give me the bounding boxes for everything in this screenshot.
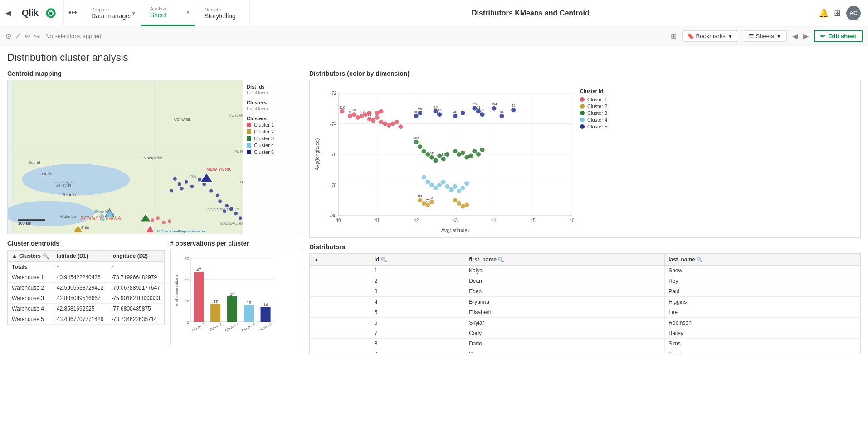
svg-point-197 (492, 106, 496, 111)
svg-point-124 (367, 117, 372, 121)
svg-text:47: 47 (196, 267, 201, 272)
svg-text:32: 32 (430, 151, 434, 155)
redo-icon[interactable]: ↪ (34, 32, 40, 40)
apps-grid-icon[interactable]: ⊞ (834, 8, 841, 18)
scatter-container: 40414243444546-80-78-76-74-72Avg(latitud… (309, 80, 861, 238)
svg-point-53 (162, 221, 166, 224)
nav-more-button[interactable]: ••• (64, 0, 82, 26)
svg-point-116 (348, 114, 352, 118)
fn-search-icon[interactable]: 🔍 (498, 257, 504, 262)
selection-expand-icon[interactable]: ⤢ (15, 32, 21, 40)
svg-text:110: 110 (339, 105, 346, 109)
page-content: Distribution cluster analysis Centroid m… (0, 46, 868, 434)
svg-point-195 (480, 112, 485, 117)
centroid-table-wrap[interactable]: ▲ Clusters 🔍 latitude (D1) longitude (D2… (7, 250, 165, 325)
scatter-legend-items: Cluster 1Cluster 2Cluster 3Cluster 4Clus… (580, 97, 616, 129)
svg-point-41 (225, 204, 229, 207)
svg-point-45 (223, 209, 226, 213)
col-id: id 🔍 (371, 254, 465, 266)
svg-text:104: 104 (491, 102, 497, 106)
svg-point-121 (360, 114, 364, 118)
scatter-legend-item: Cluster 1 (580, 97, 616, 102)
svg-point-42 (229, 207, 233, 211)
svg-point-161 (457, 152, 461, 157)
ln-search-icon[interactable]: 🔍 (697, 257, 703, 262)
svg-point-46 (94, 209, 98, 213)
centroid-table: ▲ Clusters 🔍 latitude (D1) longitude (D2… (8, 250, 164, 325)
svg-point-118 (351, 112, 356, 117)
cluster-search-icon[interactable]: 🔍 (43, 253, 49, 259)
prepare-arrow: ▼ (132, 10, 136, 15)
sheets-button[interactable]: ☰ Sheets ▼ (744, 30, 787, 42)
bar-chart-svg: 0204060# of observations47Cluster 117Clu… (174, 254, 278, 340)
legend-item: Cluster 2 (247, 129, 298, 134)
svg-text:45: 45 (531, 218, 536, 223)
svg-point-114 (340, 109, 345, 114)
svg-point-174 (445, 184, 449, 189)
svg-point-165 (472, 149, 477, 153)
col-latitude: latitude (D1) (53, 251, 107, 262)
svg-point-31 (185, 180, 188, 184)
svg-text:43: 43 (453, 218, 458, 223)
svg-text:Avg(latitude): Avg(latitude) (441, 227, 469, 233)
svg-text:77: 77 (426, 198, 430, 202)
table-row: 1KaiyaSnow (310, 266, 860, 276)
svg-point-160 (453, 149, 458, 153)
svg-point-40 (218, 199, 222, 203)
prev-sheet-button[interactable]: ◀ (792, 32, 798, 40)
distributors-table-title: Distributors (309, 243, 861, 251)
analyze-arrow: ▼ (186, 10, 190, 15)
table-row: 3EdenPaul (310, 286, 860, 297)
scatter-legend-item: Cluster 3 (580, 110, 616, 116)
nav-back-button[interactable]: ◀ (0, 0, 16, 26)
bookmarks-label: Bookmarks (696, 33, 726, 39)
svg-text:76: 76 (352, 108, 356, 112)
next-sheet-button[interactable]: ▶ (803, 32, 809, 40)
user-avatar[interactable]: AC (846, 6, 861, 20)
selection-target-icon[interactable]: ⊙ (5, 32, 11, 40)
distributors-table-wrap[interactable]: ▲ id 🔍 first_name 🔍 last_name 🔍 (309, 253, 861, 353)
qlik-logo-svg: Qlik (22, 6, 58, 20)
notification-bell-icon[interactable]: 🔔 (819, 8, 829, 18)
svg-text:Cluster 1: Cluster 1 (191, 322, 206, 333)
scatter-legend-item: Cluster 2 (580, 104, 616, 109)
svg-point-164 (468, 153, 473, 158)
svg-text:-74: -74 (330, 122, 337, 127)
col-sort: ▲ (310, 254, 371, 266)
svg-text:Cornwall: Cornwall (174, 117, 190, 122)
edit-sheet-button[interactable]: ✏ Edit sheet (814, 30, 863, 42)
bookmarks-button[interactable]: 🔖 Bookmarks ▼ (682, 30, 738, 42)
svg-point-186 (437, 112, 442, 117)
table-row: Warehouse 342.805089516667-75.9016218833… (8, 293, 164, 304)
bar-chart-container: 0204060# of observations47Cluster 117Clu… (170, 250, 302, 345)
table-row: Warehouse 442.8581692625-77.6800485875 (8, 304, 164, 314)
svg-text:96: 96 (418, 107, 422, 111)
nav-tab-prepare[interactable]: Prepare Data manager ▼ (82, 0, 141, 26)
svg-text:Avg(longitude): Avg(longitude) (314, 138, 320, 171)
scatter-legend-title: Cluster id (580, 89, 616, 94)
svg-point-43 (234, 212, 238, 215)
undo-icon[interactable]: ↩ (24, 32, 30, 40)
svg-point-38 (209, 189, 213, 193)
svg-point-167 (480, 148, 485, 152)
id-search-icon[interactable]: 🔍 (381, 257, 387, 262)
svg-point-32 (173, 177, 177, 181)
prepare-value: Data manager (91, 12, 132, 20)
svg-text:8: 8 (349, 110, 351, 114)
nav-tab-analyze[interactable]: Analyze Sheet ▼ (141, 0, 195, 26)
legend-item: Cluster 3 (247, 136, 298, 141)
svg-text:40: 40 (336, 218, 341, 223)
svg-point-129 (383, 122, 387, 126)
svg-point-44 (239, 216, 242, 220)
svg-point-171 (434, 186, 438, 190)
distributors-section: Distributors ▲ id 🔍 first_name 🔍 (309, 243, 861, 353)
nav-tab-narrate[interactable]: Narrate Storytelling (195, 0, 250, 26)
grid-view-icon[interactable]: ⊞ (671, 32, 677, 40)
svg-point-182 (418, 111, 422, 115)
col-last-name: last_name 🔍 (665, 254, 860, 266)
centroid-map[interactable]: VERMONT NEW HAMPSHIRE NEW YORK CONNECTIC… (7, 80, 302, 234)
svg-point-157 (441, 157, 446, 161)
svg-point-35 (170, 189, 173, 193)
main-grid: Centroid mapping (7, 70, 861, 429)
table-row: 6SkylarRobinson (310, 318, 860, 328)
